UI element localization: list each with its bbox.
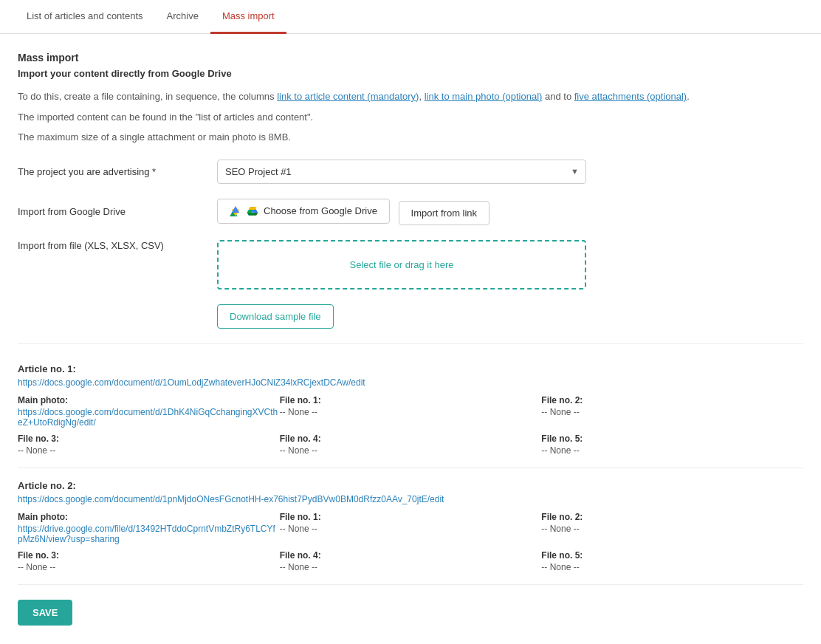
tab-list[interactable]: List of articles and contents [15, 0, 155, 34]
article-1-file3-label: File no. 3: [18, 434, 280, 444]
article-2-main-photo-value[interactable]: https://drive.google.com/file/d/13492HTd… [18, 524, 280, 544]
article-1-file2: File no. 2: -- None -- [541, 395, 803, 428]
info-text-3: The maximum size of a single attachment … [18, 130, 803, 145]
info-text-2: The imported content can be found in the… [18, 110, 803, 125]
article-1-label: Article no. 1: [18, 363, 803, 374]
article-1-file1-value: -- None -- [280, 407, 542, 417]
file-label: Import from file (XLS, XLSX, CSV) [18, 240, 217, 251]
info1-prefix: To do this, create a file containing, in… [18, 91, 277, 102]
gdrive-icon [230, 206, 241, 216]
article-2-file5-value: -- None -- [541, 562, 803, 572]
sample-row: Download sample file [217, 304, 803, 329]
article-2-file1-label: File no. 1: [280, 512, 542, 522]
article-2-file1-value: -- None -- [280, 524, 542, 534]
article-1-main-photo-label: Main photo: [18, 395, 280, 405]
info-text-1: To do this, create a file containing, in… [18, 89, 803, 104]
article-2-file3-value: -- None -- [18, 562, 280, 572]
download-sample-button[interactable]: Download sample file [217, 304, 334, 329]
file-upload-row: Import from file (XLS, XLSX, CSV) Select… [18, 240, 803, 290]
page-subtitle: Import your content directly from Google… [18, 68, 803, 79]
article-2-url[interactable]: https://docs.google.com/document/d/1pnMj… [18, 494, 803, 504]
article-2-main-photo: Main photo: https://drive.google.com/fil… [18, 512, 280, 544]
article-1-file5: File no. 5: -- None -- [541, 434, 803, 456]
article-1-url[interactable]: https://docs.google.com/document/d/1OumL… [18, 377, 803, 388]
gdrive-row: Import from Google Drive [18, 199, 803, 225]
article-2-file4-value: -- None -- [280, 562, 542, 572]
gdrive-button-label: Choose from Google Drive [264, 205, 377, 216]
project-select-container: SEO Project #1 ▼ [217, 160, 586, 184]
article-1-file2-label: File no. 2: [541, 395, 803, 405]
article-1-main-photo: Main photo: https://docs.google.com/docu… [18, 395, 280, 428]
tab-archive[interactable]: Archive [155, 0, 210, 34]
article-1-files: Main photo: https://docs.google.com/docu… [18, 395, 803, 456]
file-drop-zone[interactable]: Select file or drag it here [217, 240, 586, 290]
gdrive-buttons: Choose from Google Drive Import from lin… [217, 199, 803, 225]
article-1-file3-value: -- None -- [18, 445, 280, 456]
article-2-file3-label: File no. 3: [18, 550, 280, 561]
tab-mass-import[interactable]: Mass import [210, 0, 286, 34]
article-2-file4: File no. 4: -- None -- [280, 550, 542, 572]
save-button[interactable]: SAVE [18, 600, 72, 626]
link-five-attachments[interactable]: five attachments (optional) [574, 91, 687, 102]
file-placeholder: Select file or drag it here [350, 259, 454, 270]
article-2-main-photo-label: Main photo: [18, 512, 280, 522]
tabs-container: List of articles and contents Archive Ma… [0, 0, 821, 34]
article-2-file2-value: -- None -- [541, 524, 803, 534]
article-2-file5-label: File no. 5: [541, 550, 803, 561]
gdrive-label: Import from Google Drive [18, 206, 217, 217]
article-2-files: Main photo: https://drive.google.com/fil… [18, 512, 803, 572]
article-1-file5-label: File no. 5: [541, 434, 803, 444]
main-content: Mass import Import your content directly… [0, 34, 821, 644]
article-2-file2: File no. 2: -- None -- [541, 512, 803, 544]
article-1-file4: File no. 4: -- None -- [280, 434, 542, 456]
article-1: Article no. 1: https://docs.google.com/d… [18, 352, 803, 468]
choose-gdrive-button[interactable]: Choose from Google Drive [217, 199, 390, 224]
article-1-file3: File no. 3: -- None -- [18, 434, 280, 456]
section-divider [18, 343, 803, 344]
project-select-wrapper: SEO Project #1 ▼ [217, 160, 803, 184]
article-1-file1: File no. 1: -- None -- [280, 395, 542, 428]
save-row: SAVE [18, 585, 803, 640]
link-main-photo[interactable]: link to main photo (optional) [425, 91, 543, 102]
project-select[interactable]: SEO Project #1 [217, 160, 586, 184]
project-row: The project you are advertising * SEO Pr… [18, 160, 803, 184]
article-1-file4-value: -- None -- [280, 445, 542, 456]
file-control: Select file or drag it here [217, 240, 803, 290]
article-2: Article no. 2: https://docs.google.com/d… [18, 468, 803, 585]
articles-container: Article no. 1: https://docs.google.com/d… [18, 352, 803, 585]
article-2-file3: File no. 3: -- None -- [18, 550, 280, 572]
article-2-label: Article no. 2: [18, 480, 803, 491]
page-title: Mass import [18, 52, 803, 64]
article-2-file2-label: File no. 2: [541, 512, 803, 522]
article-1-file2-value: -- None -- [541, 407, 803, 417]
article-1-file5-value: -- None -- [541, 445, 803, 456]
import-link-button[interactable]: Import from link [399, 201, 490, 225]
article-2-file4-label: File no. 4: [280, 550, 542, 561]
article-2-file5: File no. 5: -- None -- [541, 550, 803, 572]
link-article-content[interactable]: link to article content (mandatory) [277, 91, 419, 102]
gdrive-color-icon [246, 205, 259, 217]
article-2-file1: File no. 1: -- None -- [280, 512, 542, 544]
article-1-file4-label: File no. 4: [280, 434, 542, 444]
article-1-file1-label: File no. 1: [280, 395, 542, 405]
article-1-main-photo-value[interactable]: https://docs.google.com/document/d/1DhK4… [18, 407, 280, 428]
project-label: The project you are advertising * [18, 166, 217, 177]
